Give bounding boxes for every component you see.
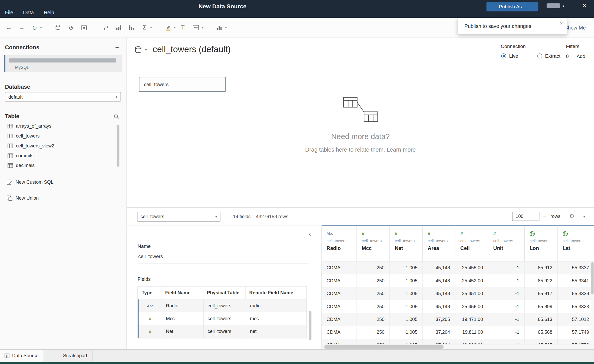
sidebar-scrollbar[interactable] <box>117 125 119 167</box>
grid-cell[interactable]: 55.3341 <box>558 274 594 287</box>
grid-cell[interactable]: 25,452.00 <box>455 274 488 287</box>
grid-cell[interactable]: -1 <box>488 313 525 326</box>
grid-cell[interactable]: 85.922 <box>525 274 557 287</box>
user-menu[interactable]: ▾ <box>547 3 564 8</box>
table-list-item[interactable]: cell_towers <box>0 131 120 141</box>
grid-column-header[interactable]: cell_towers Lon <box>525 225 557 261</box>
gear-icon[interactable]: ⚙ <box>569 213 574 219</box>
grid-cell[interactable]: 1,005 <box>390 287 423 300</box>
grid-cell[interactable]: CDMA <box>322 261 357 274</box>
replay-icon[interactable]: ↻ <box>29 22 40 33</box>
grid-cell[interactable]: 1,005 <box>390 326 423 339</box>
highlight-icon[interactable] <box>163 22 174 33</box>
grid-cell[interactable]: 250 <box>357 326 390 339</box>
grid-column-header[interactable]: # cell_towers Net <box>390 225 423 261</box>
undo-icon[interactable]: ← <box>3 22 15 33</box>
grid-cell[interactable]: CDMA <box>322 300 357 313</box>
text-label-icon[interactable]: T <box>177 22 189 33</box>
chevron-down-icon[interactable]: ▾ <box>174 26 176 30</box>
extract-radio[interactable] <box>537 53 542 58</box>
grid-cell[interactable]: 19,811.00 <box>455 326 488 339</box>
grid-cell[interactable]: 1,005 <box>390 313 423 326</box>
tab-data-source[interactable]: Data Source <box>0 350 44 362</box>
grid-cell[interactable]: 85.917 <box>525 287 557 300</box>
tab-scratchpad[interactable]: Scratchpad <box>58 350 93 362</box>
connection-item[interactable]: MySQL <box>4 55 123 72</box>
table-select[interactable]: cell_towers ▾ <box>137 212 220 222</box>
grid-cell[interactable]: 45,148 <box>423 300 455 313</box>
new-custom-sql[interactable]: New Custom SQL <box>0 177 53 187</box>
table-list-item[interactable]: arrays_of_arrays <box>0 121 120 131</box>
grid-cell[interactable]: 37,205 <box>423 313 455 326</box>
table-list-item[interactable]: commits <box>0 151 120 161</box>
live-radio[interactable] <box>501 53 506 58</box>
grid-cell[interactable]: 250 <box>357 261 390 274</box>
chevron-down-icon[interactable]: ▾ <box>225 26 227 30</box>
grid-cell[interactable]: 19,471.00 <box>455 313 488 326</box>
add-connection-icon[interactable]: + <box>115 44 119 51</box>
grid-column-header[interactable]: Abc cell_towers Radio <box>322 225 357 261</box>
grid-horizontal-scrollbar[interactable] <box>322 344 591 349</box>
menu-file[interactable]: File <box>5 10 13 16</box>
grid-column-header[interactable]: cell_towers Lat <box>558 225 594 261</box>
search-icon[interactable] <box>114 114 119 121</box>
grid-cell[interactable]: CDMA <box>322 326 357 339</box>
grid-cell[interactable]: 57.1012 <box>558 313 594 326</box>
learn-more-link[interactable]: Learn more <box>387 146 416 153</box>
grid-column-header[interactable]: # cell_towers Cell <box>455 225 488 261</box>
table-list-item[interactable]: decimals <box>0 161 120 171</box>
grid-cell[interactable]: 55.3337 <box>558 261 594 274</box>
field-row[interactable]: # Net cell_towers net <box>138 325 307 338</box>
grid-cell[interactable]: -1 <box>488 274 525 287</box>
grid-cell[interactable]: -1 <box>488 326 525 339</box>
canvas-table-node[interactable]: cell_towers <box>139 77 226 92</box>
metadata-scrollbar[interactable] <box>309 311 311 340</box>
grid-cell[interactable]: -1 <box>488 300 525 313</box>
chevron-down-icon[interactable]: ▾ <box>40 26 42 30</box>
chevron-down-icon[interactable]: ▾ <box>150 26 152 30</box>
grid-cell[interactable]: CDMA <box>322 287 357 300</box>
grid-cell[interactable]: 85.912 <box>525 261 557 274</box>
chart-icon[interactable] <box>214 22 225 33</box>
database-select[interactable]: default ▾ <box>5 92 121 102</box>
show-me-button[interactable]: Show Me <box>565 18 586 38</box>
grid-cell[interactable]: 45,148 <box>423 274 455 287</box>
grid-cell[interactable]: CDMA <box>322 313 357 326</box>
grid-cell[interactable]: -1 <box>488 261 525 274</box>
field-row[interactable]: # Mcc cell_towers mcc <box>138 312 307 325</box>
refresh-icon[interactable]: ↺ <box>65 22 77 33</box>
grid-cell[interactable]: 250 <box>357 313 390 326</box>
grid-cell[interactable]: 45,148 <box>423 261 455 274</box>
swap-rows-columns-icon[interactable]: ⇄ <box>100 22 112 33</box>
chevron-down-icon[interactable]: ▾ <box>201 26 203 30</box>
grid-cell[interactable]: 55.3323 <box>558 300 594 313</box>
grid-cell[interactable]: CDMA <box>322 274 357 287</box>
grid-cell[interactable]: -1 <box>488 287 525 300</box>
menu-help[interactable]: Help <box>44 10 54 16</box>
grid-column-header[interactable]: # cell_towers Area <box>423 225 455 261</box>
close-icon[interactable]: × <box>560 20 563 26</box>
grid-cell[interactable]: 25,455.00 <box>455 261 488 274</box>
grid-cell[interactable]: 1,005 <box>390 300 423 313</box>
apply-rows-icon[interactable]: → <box>542 213 547 219</box>
redo-icon[interactable]: → <box>16 22 27 33</box>
fit-icon[interactable] <box>190 22 201 33</box>
cancel-update-icon[interactable] <box>78 22 90 33</box>
grid-column-header[interactable]: # cell_towers Mcc <box>357 225 390 261</box>
chevron-down-icon[interactable]: ▾ <box>583 215 585 219</box>
new-data-source-icon[interactable] <box>52 22 64 33</box>
collapse-panel-icon[interactable]: ‹ <box>309 230 311 238</box>
publish-as-button[interactable]: Publish As... <box>487 2 538 11</box>
grid-column-header[interactable]: # cell_towers Unit <box>488 225 525 261</box>
grid-cell[interactable]: 55.3338 <box>558 287 594 300</box>
table-list-item[interactable]: cell_towers_view2 <box>0 141 120 151</box>
grid-cell[interactable]: 250 <box>357 274 390 287</box>
grid-cell[interactable]: 85.899 <box>525 300 557 313</box>
grid-cell[interactable]: 57.1749 <box>558 326 594 339</box>
new-union[interactable]: New Union <box>0 193 39 203</box>
grid-cell[interactable]: 250 <box>357 300 390 313</box>
datasource-menu[interactable]: ▾ <box>135 46 147 54</box>
grid-cell[interactable]: 1,005 <box>390 261 423 274</box>
sort-ascending-icon[interactable] <box>113 22 125 33</box>
grid-cell[interactable]: 1,005 <box>390 274 423 287</box>
